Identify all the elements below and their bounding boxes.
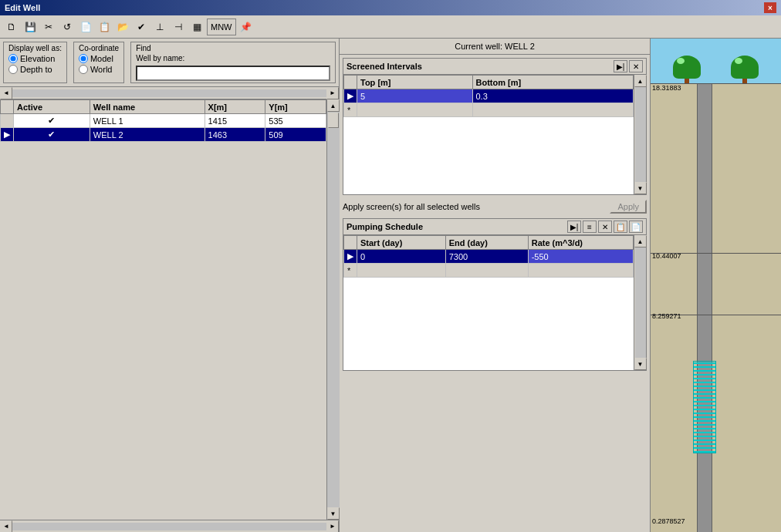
toolbar-copy-btn[interactable]: 📄 <box>77 19 94 35</box>
hscroll-right-btn[interactable]: ► <box>326 87 339 99</box>
find-group: Find Well by name: <box>130 42 336 83</box>
si-scroll-track <box>635 87 646 182</box>
toolbar-new-btn[interactable]: 🗋 <box>3 19 20 35</box>
ps-start-1[interactable]: 0 <box>357 250 446 264</box>
vscroll-up-btn[interactable]: ▲ <box>327 99 340 112</box>
toolbar-paste-btn[interactable]: 📋 <box>96 19 113 35</box>
hscroll-bar[interactable]: ◄ ► <box>0 87 339 99</box>
pumping-schedule-label: Pumping Schedule <box>347 222 423 231</box>
si-bottom-1[interactable]: 0.3 <box>472 89 634 103</box>
ps-delete-btn[interactable]: ✕ <box>598 221 612 233</box>
ps-rate-1[interactable]: -550 <box>528 250 633 264</box>
world-label: World <box>90 65 113 74</box>
find-input[interactable] <box>136 66 330 81</box>
vis-panel-inner: 18.31883 10.44007 8.259271 0.2878527 <box>651 39 781 532</box>
well-table-vscroll[interactable]: ▲ ▼ <box>326 99 339 520</box>
toolbar-undo-btn[interactable]: ↺ <box>59 19 76 35</box>
si-empty-area <box>343 117 634 194</box>
elevation-radio[interactable] <box>8 54 18 63</box>
world-radio[interactable] <box>79 65 88 74</box>
depth-marker-3: 8.259271 <box>651 311 683 321</box>
well-table-main: Active Well name X[m] Y[m] ✔ WELL 1 1415 <box>0 99 326 520</box>
si-new-row[interactable]: * <box>344 103 634 117</box>
si-delete-btn[interactable]: ✕ <box>629 60 643 72</box>
tree-area <box>651 39 781 85</box>
tree-right <box>731 56 759 85</box>
toolbar-check-btn[interactable]: ✔ <box>133 19 150 35</box>
si-vscroll[interactable]: ▲ ▼ <box>634 75 646 194</box>
tree-right-top <box>731 56 759 79</box>
ps-scroll-down[interactable]: ▼ <box>634 358 647 370</box>
well-table-area: Active Well name X[m] Y[m] ✔ WELL 1 1415 <box>0 99 339 520</box>
si-indicator-1: ▶ <box>344 89 357 103</box>
ps-new-end <box>445 264 528 278</box>
model-radio[interactable] <box>79 54 88 63</box>
table-row[interactable]: ▶ ✔ WELL 2 1463 509 <box>1 128 326 142</box>
hscroll-left-btn[interactable]: ◄ <box>0 87 12 99</box>
ps-add-btn[interactable]: ▶| <box>567 221 581 233</box>
toolbar-save-btn[interactable]: 💾 <box>22 19 39 35</box>
ground-area: 18.31883 10.44007 8.259271 0.2878527 <box>651 83 781 532</box>
coordinate-group: Co-ordinate Model World <box>73 42 124 83</box>
apply-btn[interactable]: Apply <box>610 200 647 214</box>
ps-scroll-up[interactable]: ▲ <box>634 235 647 247</box>
ps-new-row[interactable]: * <box>344 264 634 278</box>
wellname-cell-1[interactable]: WELL 1 <box>90 114 205 128</box>
vscroll-down-btn[interactable]: ▼ <box>327 507 340 520</box>
main-area: Display well as: Elevation Depth to Co-o… <box>0 39 781 532</box>
pumping-schedule-header: Pumping Schedule ▶| ≡ ✕ 📋 📄 <box>343 219 646 235</box>
depth-radio-row: Depth to <box>8 65 62 74</box>
current-well-header: Current well: WELL 2 <box>340 39 650 55</box>
x-col-header: X[m] <box>205 100 265 114</box>
ps-row-1[interactable]: ▶ 0 7300 -550 <box>344 250 634 264</box>
ps-empty-area <box>343 278 634 370</box>
vscroll-thumb[interactable] <box>328 113 339 128</box>
title-text: Edit Well <box>5 3 40 12</box>
ps-copy-btn[interactable]: 📋 <box>614 221 627 233</box>
hscroll-track <box>12 89 326 97</box>
depth-marker-1: 18.31883 <box>651 83 683 93</box>
si-add-btn[interactable]: ▶| <box>614 60 627 72</box>
toolbar-pin-btn[interactable]: 📌 <box>238 19 255 35</box>
well-shaft <box>697 83 712 532</box>
si-scroll-down[interactable]: ▼ <box>634 182 647 194</box>
well-table: Active Well name X[m] Y[m] ✔ WELL 1 1415 <box>0 99 326 142</box>
ps-table: Start (day) End (day) Rate (m^3/d) ▶ 0 7… <box>343 235 634 278</box>
si-row-1[interactable]: ▶ 5 0.3 <box>344 89 634 103</box>
toolbar-perp-btn[interactable]: ⊥ <box>151 19 168 35</box>
si-bottom-col: Bottom [m] <box>472 76 634 89</box>
active-col-header: Active <box>14 100 90 114</box>
toolbar-mnw-btn[interactable]: MNW <box>207 19 236 35</box>
ps-grid-btn[interactable]: ≡ <box>583 221 597 233</box>
x-cell-1: 1415 <box>205 114 265 128</box>
screened-intervals-content: Top [m] Bottom [m] ▶ 5 0.3 * <box>343 75 646 194</box>
active-cell-2: ✔ <box>14 128 90 142</box>
bottom-hscroll-left[interactable]: ◄ <box>0 520 12 533</box>
screened-intervals-controls: ▶| ✕ <box>614 60 643 72</box>
display-well-label: Display well as: <box>8 44 62 52</box>
ps-vscroll[interactable]: ▲ ▼ <box>634 235 646 370</box>
model-radio-row: Model <box>79 54 119 63</box>
wellname-cell-2[interactable]: WELL 2 <box>90 128 205 142</box>
toolbar-open-btn[interactable]: 📂 <box>114 19 131 35</box>
table-row[interactable]: ✔ WELL 1 1415 535 <box>1 114 326 128</box>
toolbar-grid-btn[interactable]: ▦ <box>188 19 205 35</box>
pumping-schedule-section: Pumping Schedule ▶| ≡ ✕ 📋 📄 Start ( <box>343 218 647 371</box>
wellname-col-header: Well name <box>90 100 205 114</box>
si-new-bottom <box>472 103 634 117</box>
bottom-hscroll-right[interactable]: ► <box>326 520 339 533</box>
ps-end-1[interactable]: 7300 <box>445 250 528 264</box>
si-top-1[interactable]: 5 <box>357 89 473 103</box>
ps-paste-btn[interactable]: 📄 <box>629 221 643 233</box>
depth-marker-4: 0.2878527 <box>651 517 687 526</box>
close-button[interactable]: × <box>764 2 776 13</box>
toolbar: 🗋 💾 ✂ ↺ 📄 📋 📂 ✔ ⊥ ⊣ ▦ MNW 📌 <box>0 15 781 39</box>
active-cell-1: ✔ <box>14 114 90 128</box>
si-scroll-up[interactable]: ▲ <box>634 75 647 87</box>
si-row-col <box>344 76 357 89</box>
ps-controls: ▶| ≡ ✕ 📋 📄 <box>567 221 643 233</box>
bottom-hscroll[interactable]: ◄ ► <box>0 520 339 532</box>
toolbar-tool-btn[interactable]: ⊣ <box>170 19 187 35</box>
toolbar-cut-btn[interactable]: ✂ <box>40 19 57 35</box>
depth-radio[interactable] <box>8 65 18 74</box>
